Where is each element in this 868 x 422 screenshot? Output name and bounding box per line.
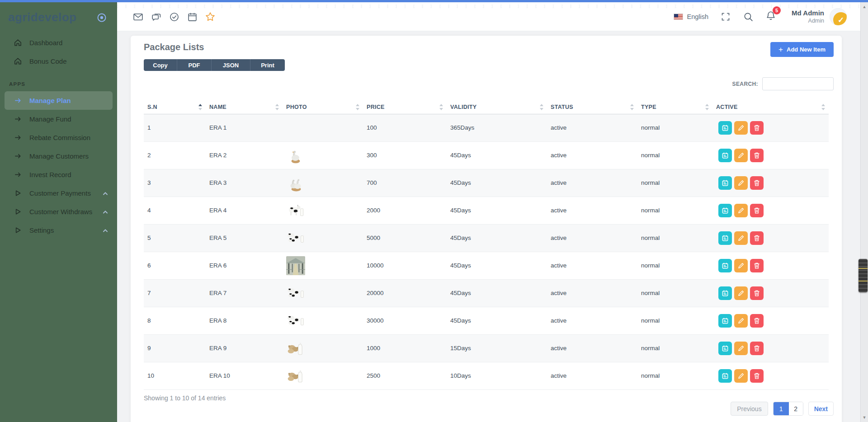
view-calendar-button[interactable] bbox=[718, 286, 732, 300]
export-print-button[interactable]: Print bbox=[250, 59, 285, 71]
cell-status: active bbox=[547, 224, 637, 252]
delete-button[interactable] bbox=[750, 369, 764, 383]
cell-status: active bbox=[547, 279, 637, 307]
notifications-bell[interactable]: 5 bbox=[765, 10, 776, 23]
sidebar-item-dashboard[interactable]: Dashboard bbox=[5, 33, 113, 52]
column-header-type[interactable]: TYPE bbox=[637, 100, 712, 114]
edit-button[interactable] bbox=[734, 259, 748, 272]
view-calendar-button[interactable] bbox=[718, 369, 732, 383]
sidebar-item-manage-fund[interactable]: Manage Fund bbox=[5, 110, 113, 128]
export-copy-button[interactable]: Copy bbox=[144, 59, 177, 71]
user-menu[interactable]: Md Admin Admin bbox=[792, 9, 824, 24]
column-header-validity[interactable]: VALIDITY bbox=[447, 100, 547, 114]
table-row: 5 ERA 5 5000 45Days active normal bbox=[144, 224, 829, 252]
mail-icon[interactable] bbox=[132, 11, 143, 22]
cell-sn: 2 bbox=[144, 141, 206, 169]
column-header-photo[interactable]: PHOTO bbox=[283, 100, 363, 114]
view-calendar-button[interactable] bbox=[718, 176, 732, 190]
scrollbar-up-arrow[interactable]: ▲ bbox=[861, 3, 868, 10]
sidebar-item-manage-plan[interactable]: Manage Plan bbox=[5, 91, 113, 110]
sidebar-item-customer-withdraws[interactable]: Customer Withdraws bbox=[5, 202, 113, 221]
table-body: 1 ERA 1 100 365Days active normal 2 ERA … bbox=[144, 114, 829, 389]
delete-button[interactable] bbox=[750, 231, 764, 245]
column-header-name[interactable]: NAME bbox=[206, 100, 283, 114]
column-header-active[interactable]: ACTIVE bbox=[712, 100, 829, 114]
edit-button[interactable] bbox=[734, 369, 748, 383]
cell-type: normal bbox=[637, 307, 712, 334]
view-calendar-button[interactable] bbox=[718, 342, 732, 355]
delete-button[interactable] bbox=[750, 314, 764, 328]
table-row: 10 ERA 10 2500 10Days active normal bbox=[144, 362, 829, 389]
home-icon bbox=[14, 38, 22, 47]
cell-name: ERA 5 bbox=[206, 224, 283, 252]
avatar[interactable]: ✓ bbox=[830, 8, 847, 25]
pagination-page-2[interactable]: 2 bbox=[789, 402, 803, 415]
cell-sn: 10 bbox=[144, 362, 206, 389]
delete-button[interactable] bbox=[750, 286, 764, 300]
edit-button[interactable] bbox=[734, 286, 748, 300]
cell-type: normal bbox=[637, 169, 712, 197]
export-pdf-button[interactable]: PDF bbox=[177, 59, 212, 71]
table-row: 9 ERA 9 1000 15Days active normal bbox=[144, 334, 829, 362]
edit-button[interactable] bbox=[734, 231, 748, 245]
pagination-page-1[interactable]: 1 bbox=[774, 402, 789, 415]
cell-price: 10000 bbox=[363, 252, 447, 279]
delete-button[interactable] bbox=[750, 342, 764, 355]
sidebar-item-manage-customers[interactable]: Manage Customers bbox=[5, 147, 113, 165]
export-json-button[interactable]: JSON bbox=[212, 59, 250, 71]
table-search-input[interactable] bbox=[762, 77, 834, 90]
fullscreen-icon[interactable] bbox=[720, 11, 731, 22]
row-actions bbox=[716, 204, 825, 217]
view-calendar-button[interactable] bbox=[718, 314, 732, 328]
edit-button[interactable] bbox=[734, 121, 748, 135]
view-calendar-button[interactable] bbox=[718, 259, 732, 272]
sort-desc-icon bbox=[198, 108, 202, 110]
table-row: 4 ERA 4 2000 45Days active normal bbox=[144, 197, 829, 224]
delete-button[interactable] bbox=[750, 121, 764, 135]
view-calendar-button[interactable] bbox=[718, 149, 732, 162]
scrollbar-thumb[interactable] bbox=[859, 259, 868, 292]
package-lists-card: Package Lists + Add New Item CopyPDFJSON… bbox=[131, 36, 842, 422]
table-row: 1 ERA 1 100 365Days active normal bbox=[144, 114, 829, 141]
view-calendar-button[interactable] bbox=[718, 231, 732, 245]
star-icon[interactable] bbox=[205, 11, 216, 22]
check-circle-icon[interactable] bbox=[169, 11, 179, 22]
home-icon bbox=[14, 57, 22, 66]
pagination-previous-button[interactable]: Previous bbox=[731, 402, 768, 416]
edit-button[interactable] bbox=[734, 342, 748, 355]
sidebar-nav: Dashboard Bonus Code APPS Manage Plan bbox=[0, 33, 117, 239]
chat-icon[interactable] bbox=[151, 11, 161, 22]
delete-button[interactable] bbox=[750, 259, 764, 272]
edit-button[interactable] bbox=[734, 204, 748, 217]
edit-button[interactable] bbox=[734, 176, 748, 190]
sidebar-toggle-icon[interactable] bbox=[96, 12, 107, 23]
edit-button[interactable] bbox=[734, 149, 748, 162]
sidebar-item-invest-record[interactable]: Invest Record bbox=[5, 165, 113, 184]
cell-sn: 8 bbox=[144, 307, 206, 334]
add-new-item-button[interactable]: + Add New Item bbox=[770, 42, 834, 57]
table-summary: Showing 1 to 10 of 14 entries bbox=[144, 394, 226, 402]
delete-button[interactable] bbox=[750, 176, 764, 190]
pagination-next-button[interactable]: Next bbox=[808, 402, 834, 416]
edit-button[interactable] bbox=[734, 314, 748, 328]
sidebar-item-settings[interactable]: Settings bbox=[5, 221, 113, 239]
view-calendar-button[interactable] bbox=[718, 204, 732, 217]
cell-name: ERA 10 bbox=[206, 362, 283, 389]
delete-button[interactable] bbox=[750, 204, 764, 217]
search-icon[interactable] bbox=[743, 11, 754, 22]
view-calendar-button[interactable] bbox=[718, 121, 732, 135]
language-selector[interactable]: English bbox=[674, 13, 709, 20]
column-header-sn[interactable]: S.N bbox=[144, 100, 206, 114]
sidebar-item-bonus-code[interactable]: Bonus Code bbox=[5, 52, 113, 70]
sidebar-item-rebate-commission[interactable]: Rebate Commission bbox=[5, 128, 113, 147]
sidebar-item-customer-payments[interactable]: Customer Payments bbox=[5, 184, 113, 202]
column-header-price[interactable]: PRICE bbox=[363, 100, 447, 114]
sidebar-item-label: Manage Plan bbox=[29, 97, 109, 104]
sidebar-item-label: Rebate Commission bbox=[29, 134, 109, 141]
delete-button[interactable] bbox=[750, 149, 764, 162]
calendar-icon[interactable] bbox=[187, 11, 198, 22]
column-header-status[interactable]: STATUS bbox=[547, 100, 637, 114]
cell-validity: 10Days bbox=[447, 362, 547, 389]
page-scrollbar[interactable]: ▲ ▼ bbox=[860, 2, 868, 422]
scrollbar-down-arrow[interactable]: ▼ bbox=[861, 414, 868, 421]
